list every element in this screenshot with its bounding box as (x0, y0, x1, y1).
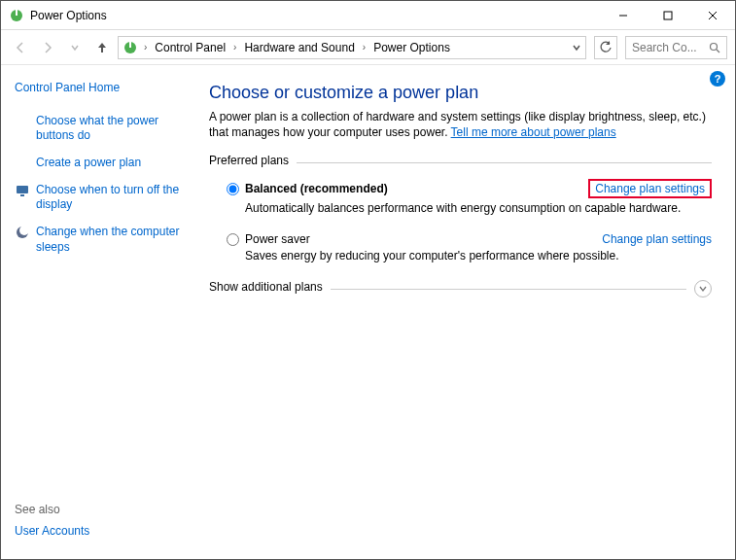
power-options-breadcrumb-icon (123, 40, 138, 55)
svg-rect-7 (129, 42, 131, 48)
refresh-button[interactable] (594, 36, 617, 59)
close-button[interactable] (690, 1, 735, 29)
page-title: Choose or customize a power plan (209, 83, 712, 103)
moon-icon (15, 225, 30, 240)
chevron-down-icon[interactable] (572, 43, 581, 52)
control-panel-home-link[interactable]: Control Panel Home (15, 81, 182, 96)
balanced-change-settings-link[interactable]: Change plan settings (588, 179, 712, 198)
sidebar-item-turnoff-display: Choose when to turn off the display (15, 183, 182, 213)
expand-chevron-icon[interactable] (694, 280, 712, 298)
sidebar-item-create-plan: Create a power plan (15, 156, 182, 171)
up-button[interactable] (90, 36, 114, 59)
search-placeholder: Search Co... (632, 41, 697, 54)
sidebar: Control Panel Home Choose what the power… (1, 65, 195, 559)
power-saver-label[interactable]: Power saver (245, 232, 310, 246)
show-additional-plans-label: Show additional plans (209, 280, 323, 294)
chevron-right-icon[interactable]: › (231, 42, 238, 52)
search-icon (709, 42, 720, 53)
svg-rect-3 (664, 12, 672, 19)
sidebar-item-computer-sleeps: Change when the computer sleeps (15, 225, 182, 255)
svg-line-9 (717, 50, 719, 52)
navigation-bar: › Control Panel › Hardware and Sound › P… (1, 30, 735, 65)
breadcrumb[interactable]: › Control Panel › Hardware and Sound › P… (118, 36, 586, 59)
maximize-button[interactable] (646, 1, 690, 29)
sidebar-item-power-buttons: Choose what the power buttons do (15, 114, 182, 144)
help-icon[interactable]: ? (710, 71, 725, 87)
power-saver-radio[interactable] (227, 233, 239, 246)
content-body: Control Panel Home Choose what the power… (1, 65, 735, 559)
choose-power-buttons-link[interactable]: Choose what the power buttons do (36, 114, 182, 144)
balanced-label[interactable]: Balanced (recommended) (245, 182, 388, 195)
divider (331, 289, 686, 290)
plan-power-saver: Power saver Change plan settings Saves e… (227, 232, 712, 262)
search-input[interactable]: Search Co... (625, 36, 727, 59)
monitor-icon (15, 183, 30, 198)
balanced-desc: Automatically balances performance with … (245, 201, 712, 215)
titlebar: Power Options (1, 1, 735, 30)
blank-icon (15, 114, 30, 129)
recent-dropdown[interactable] (63, 36, 87, 59)
tell-me-more-link[interactable]: Tell me more about power plans (451, 125, 616, 139)
power-saver-change-settings-link[interactable]: Change plan settings (602, 232, 712, 246)
power-options-icon (9, 8, 24, 23)
plan-balanced: Balanced (recommended) Change plan setti… (227, 179, 712, 215)
see-also-label: See also (15, 503, 60, 516)
power-saver-desc: Saves energy by reducing your computer's… (245, 249, 712, 262)
turnoff-display-link[interactable]: Choose when to turn off the display (36, 183, 182, 213)
svg-rect-1 (16, 10, 18, 16)
breadcrumb-hardware-sound[interactable]: Hardware and Sound (240, 41, 358, 54)
svg-rect-10 (17, 186, 28, 193)
computer-sleeps-link[interactable]: Change when the computer sleeps (36, 225, 182, 255)
window-controls (601, 1, 735, 29)
page-description: A power plan is a collection of hardware… (209, 109, 712, 140)
breadcrumb-power-options[interactable]: Power Options (369, 41, 454, 54)
chevron-right-icon[interactable]: › (142, 42, 149, 52)
chevron-right-icon[interactable]: › (361, 42, 368, 52)
show-additional-plans-row[interactable]: Show additional plans (209, 280, 712, 298)
back-button[interactable] (9, 36, 32, 59)
user-accounts-link[interactable]: User Accounts (15, 524, 89, 540)
divider (297, 162, 712, 163)
window-title: Power Options (30, 9, 601, 22)
svg-point-8 (711, 43, 718, 50)
balanced-radio[interactable] (227, 183, 239, 195)
create-power-plan-link[interactable]: Create a power plan (36, 156, 141, 171)
minimize-button[interactable] (601, 1, 646, 29)
breadcrumb-control-panel[interactable]: Control Panel (151, 41, 229, 54)
main-content: ? Choose or customize a power plan A pow… (195, 65, 735, 559)
preferred-plans-header: Preferred plans (209, 154, 712, 171)
preferred-plans-label: Preferred plans (209, 154, 289, 167)
svg-point-13 (19, 226, 29, 235)
svg-rect-11 (20, 194, 24, 196)
blank-icon (15, 156, 30, 171)
forward-button[interactable] (36, 36, 59, 59)
